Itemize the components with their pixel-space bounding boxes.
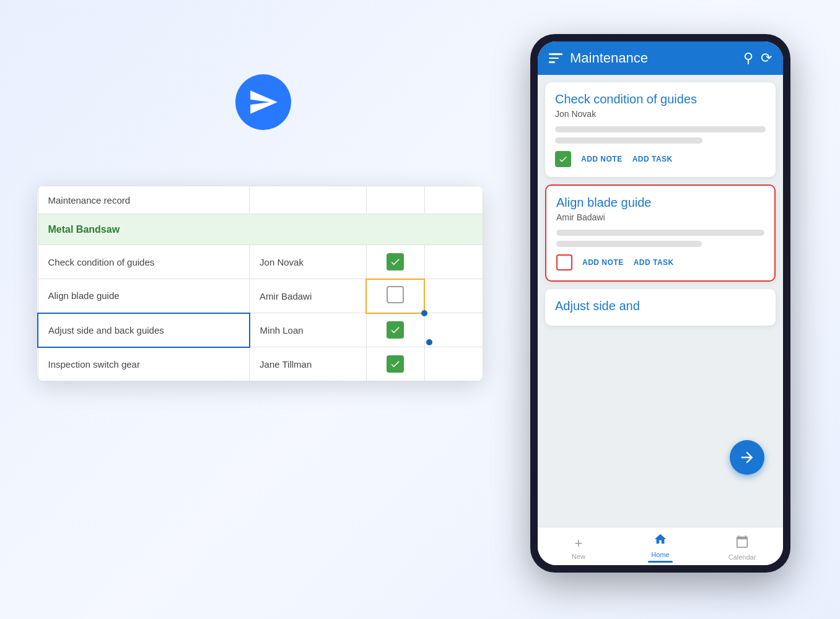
phone-screen: Maintenance ⚲ ⟳ Check condition of guide… (538, 41, 783, 565)
nav-item-calendar[interactable]: Calendar (701, 535, 783, 561)
add-task-button-1[interactable]: ADD TASK (632, 155, 673, 163)
header-extra-col (424, 186, 483, 214)
card-actions: ADD NOTE ADD TASK (556, 254, 764, 271)
menu-icon[interactable] (549, 53, 562, 63)
app-content: Check condition of guides Jon Novak ADD … (538, 75, 783, 490)
maintenance-card-2[interactable]: Align blade guide Amir Badawi ADD NOTE A… (545, 184, 776, 282)
check-cell-selected[interactable] (366, 279, 424, 313)
table-row[interactable]: Align blade guide Amir Badawi (38, 279, 483, 313)
search-icon[interactable]: ⚲ (743, 50, 753, 66)
person-cell: Minh Loan (250, 313, 366, 347)
card-title: Check condition of guides (555, 92, 766, 106)
refresh-icon[interactable]: ⟳ (761, 50, 772, 66)
section-label: Metal Bandsaw (38, 214, 483, 245)
nav-label-home: Home (651, 551, 669, 558)
task-cell: Align blade guide (38, 279, 250, 313)
card-checkbox-checked[interactable] (555, 151, 571, 167)
task-cell: Inspection switch gear (38, 347, 250, 381)
add-task-button-2[interactable]: ADD TASK (634, 258, 674, 267)
table-header-row: Maintenance record (38, 186, 483, 214)
checkbox-empty[interactable] (387, 286, 404, 303)
phone-container: Maintenance ⚲ ⟳ Check condition of guide… (530, 34, 790, 579)
spreadsheet-panel: Maintenance record Metal Bandsaw Check c… (37, 186, 483, 381)
extra-cell (424, 245, 483, 279)
extra-cell (424, 347, 483, 381)
person-cell: Jane Tillman (250, 347, 366, 381)
card-detail-line-1 (555, 126, 766, 132)
calendar-icon (735, 535, 749, 552)
card-subtitle: Amir Badawi (556, 212, 764, 222)
card-detail-line-2 (556, 241, 702, 247)
add-note-button-2[interactable]: ADD NOTE (582, 258, 624, 267)
checkbox-checked[interactable] (387, 321, 404, 339)
card-title-partial: Adjust side and (555, 299, 766, 313)
nav-active-indicator (648, 561, 673, 563)
card-actions: ADD NOTE ADD TASK (555, 151, 766, 167)
card-checkbox-empty[interactable] (556, 254, 572, 271)
card-detail-line-1 (556, 230, 764, 236)
add-note-button-1[interactable]: ADD NOTE (581, 155, 623, 163)
maintenance-table: Maintenance record Metal Bandsaw Check c… (37, 186, 483, 381)
card-subtitle: Jon Novak (555, 109, 766, 119)
card-title: Align blade guide (556, 196, 764, 210)
check-cell[interactable] (366, 347, 424, 381)
checkbox-checked[interactable] (387, 355, 404, 373)
bottom-navigation: + New Home (538, 527, 783, 565)
table-row[interactable]: Check condition of guides Jon Novak (38, 245, 483, 279)
card-detail-line-2 (555, 137, 702, 144)
maintenance-card-1[interactable]: Check condition of guides Jon Novak ADD … (545, 82, 776, 177)
plus-icon: + (575, 535, 583, 552)
nav-label-calendar: Calendar (728, 553, 756, 561)
checkbox-checked[interactable] (387, 253, 404, 271)
task-cell-selected: Adjust side and back guides (38, 313, 250, 347)
table-row[interactable]: Inspection switch gear Jane Tillman (38, 347, 483, 381)
check-cell[interactable] (366, 313, 424, 347)
check-cell[interactable] (366, 245, 424, 279)
phone-frame: Maintenance ⚲ ⟳ Check condition of guide… (530, 34, 790, 573)
home-icon (654, 532, 667, 550)
header-check-col (366, 186, 424, 214)
nav-label-new: New (572, 553, 585, 560)
person-cell: Amir Badawi (250, 279, 366, 313)
app-title: Maintenance (570, 50, 736, 66)
extra-cell (424, 279, 483, 313)
section-row: Metal Bandsaw (38, 214, 483, 245)
header-task-col: Maintenance record (38, 186, 250, 214)
task-cell: Check condition of guides (38, 245, 250, 279)
paper-plane-icon (235, 74, 291, 130)
extra-cell (424, 313, 483, 347)
header-label: Maintenance record (48, 195, 131, 206)
header-person-col (250, 186, 366, 214)
nav-item-home[interactable]: Home (619, 532, 701, 563)
maintenance-card-3-partial[interactable]: Adjust side and (545, 289, 776, 326)
app-bar: Maintenance ⚲ ⟳ (538, 41, 783, 75)
nav-item-new[interactable]: + New (538, 535, 619, 560)
person-cell: Jon Novak (250, 245, 366, 279)
table-row-selected[interactable]: Adjust side and back guides Minh Loan (38, 313, 483, 347)
fab-button[interactable] (730, 440, 764, 475)
